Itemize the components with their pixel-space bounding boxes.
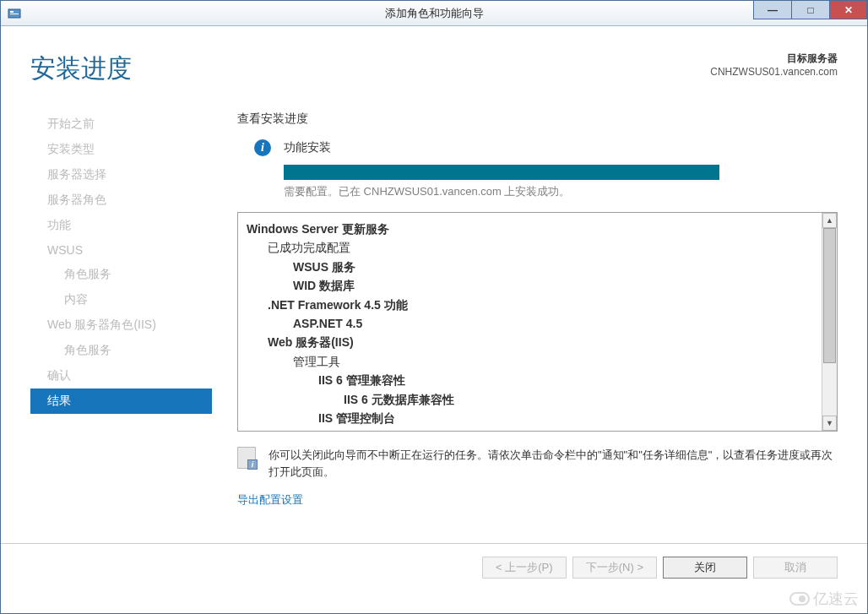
sidebar-item-features: 功能 [30, 213, 212, 238]
hint-row: i 你可以关闭此向导而不中断正在运行的任务。请依次单击命令栏中的"通知"和"任务… [237, 447, 838, 480]
hint-text: 你可以关闭此向导而不中断正在运行的任务。请依次单击命令栏中的"通知"和"任务详细… [269, 447, 838, 480]
scroll-track[interactable] [822, 228, 837, 416]
watermark: 亿速云 [789, 589, 859, 609]
watermark-icon [789, 592, 810, 606]
window-title: 添加角色和功能向导 [385, 6, 484, 21]
cancel-button: 取消 [753, 557, 838, 579]
scroll-down-arrow[interactable]: ▼ [822, 416, 837, 431]
scroll-up-arrow[interactable]: ▲ [822, 213, 837, 228]
status-row: i 功能安装 [237, 139, 838, 156]
header-row: 安装进度 目标服务器 CNHZWSUS01.vancen.com [30, 52, 838, 95]
progress-bar [284, 165, 719, 180]
next-button: 下一步(N) > [572, 557, 657, 579]
result-line: ASP.NET 4.5 [247, 314, 813, 333]
sidebar-item-results: 结果 [30, 389, 212, 414]
sidebar-item-role-services-2: 角色服务 [30, 338, 212, 363]
watermark-text: 亿速云 [813, 589, 859, 609]
sidebar-item-confirm: 确认 [30, 363, 212, 389]
result-line: WID 数据库 [247, 276, 813, 295]
result-line: 已成功完成配置 [247, 238, 813, 257]
result-line: Web 服务器(IIS) [247, 333, 813, 351]
close-button[interactable]: 关闭 [663, 557, 747, 579]
prev-button: < 上一步(P) [482, 557, 567, 579]
sidebar-item-server-roles: 服务器角色 [30, 187, 212, 213]
svg-rect-1 [10, 11, 14, 13]
section-label: 查看安装进度 [237, 111, 838, 127]
info-icon: i [254, 139, 271, 156]
minimize-button[interactable]: — [753, 1, 791, 19]
result-line: Windows Server 更新服务 [247, 220, 813, 238]
target-label: 目标服务器 [710, 52, 838, 66]
sidebar-item-iis: Web 服务器角色(IIS) [30, 312, 212, 338]
status-title: 功能安装 [284, 140, 331, 155]
close-window-button[interactable]: ✕ [829, 1, 867, 19]
window-controls: — □ ✕ [753, 1, 867, 19]
target-server: CNHZWSUS01.vancen.com [710, 66, 838, 78]
result-line: IIS 6 管理兼容性 [247, 371, 813, 389]
wizard-sidebar: 开始之前 安装类型 服务器选择 服务器角色 功能 WSUS 角色服务 内容 We… [30, 111, 212, 508]
export-config-link[interactable]: 导出配置设置 [237, 492, 303, 508]
result-line: .NET Framework 4.5 功能 [247, 296, 813, 314]
results-content: Windows Server 更新服务 已成功完成配置 WSUS 服务 WID … [238, 213, 822, 431]
button-row: < 上一步(P) 下一步(N) > 关闭 取消 [1, 544, 867, 587]
result-line: 管理工具 [247, 352, 813, 371]
sidebar-item-start: 开始之前 [30, 111, 212, 137]
maximize-button[interactable]: □ [791, 1, 829, 19]
sidebar-item-server-select: 服务器选择 [30, 162, 212, 187]
titlebar: 添加角色和功能向导 — □ ✕ [1, 1, 867, 26]
target-info: 目标服务器 CNHZWSUS01.vancen.com [710, 52, 838, 78]
result-line: IIS 6 元数据库兼容性 [247, 390, 813, 409]
svg-rect-2 [10, 14, 19, 14]
results-box: Windows Server 更新服务 已成功完成配置 WSUS 服务 WID … [237, 212, 838, 432]
page-title: 安装进度 [30, 52, 132, 86]
scrollbar[interactable]: ▲ ▼ [822, 213, 837, 431]
sidebar-item-install-type: 安装类型 [30, 137, 212, 162]
app-icon [8, 7, 21, 20]
result-line: WSUS 服务 [247, 258, 813, 276]
sidebar-item-wsus: WSUS [30, 238, 212, 262]
flag-icon: i [237, 447, 256, 469]
sidebar-item-role-services-1: 角色服务 [30, 262, 212, 287]
content-area: 安装进度 目标服务器 CNHZWSUS01.vancen.com 开始之前 安装… [1, 26, 867, 524]
sidebar-item-content: 内容 [30, 287, 212, 312]
status-message: 需要配置。已在 CNHZWSUS01.vancen.com 上安装成功。 [237, 184, 838, 199]
info-badge-icon: i [247, 459, 258, 470]
result-line: IIS 管理控制台 [247, 409, 813, 427]
scroll-thumb[interactable] [823, 228, 836, 363]
main-panel: 查看安装进度 i 功能安装 需要配置。已在 CNHZWSUS01.vancen.… [212, 111, 838, 508]
